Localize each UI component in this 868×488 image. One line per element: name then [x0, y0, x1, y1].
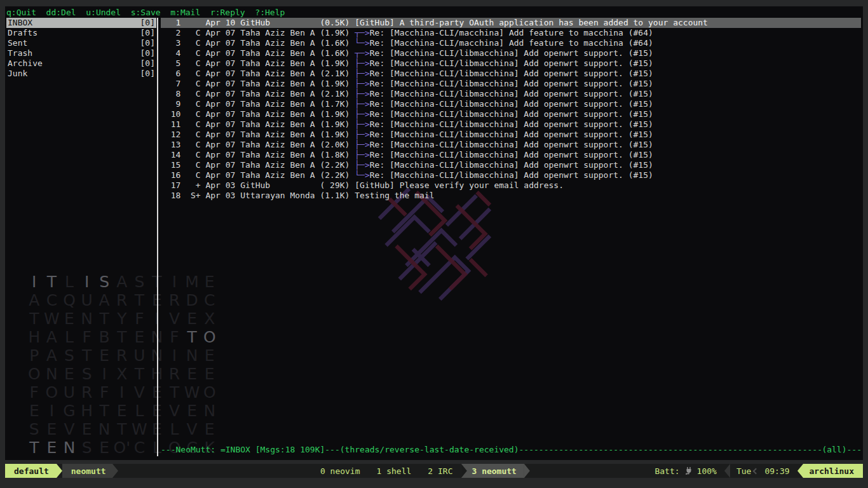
mail-row-meta: 13 C Apr 07 Taha Aziz Ben A (2.0K) [161, 140, 355, 150]
mail-row-meta: 7 C Apr 07 Taha Aziz Ben A (1.9K) [161, 79, 355, 89]
mail-row[interactable]: 3 C Apr 07 Taha Aziz Ben A (1.6K) └─>Re:… [161, 38, 861, 48]
status-line-fill: ----------------------------------------… [519, 445, 822, 455]
mail-row-meta: 15 C Apr 07 Taha Aziz Ben A (2.2K) [161, 160, 355, 170]
sidebar-item-inbox[interactable]: INBOX[0] [6, 18, 156, 28]
mail-row-meta: 17 + Apr 03 GitHub ( 29K) [161, 180, 355, 191]
mail-row[interactable]: 12 C Apr 07 Taha Aziz Ben A (1.9K) ├─>Re… [161, 130, 861, 140]
mail-subject: Re: [Macchina-CLI/libmacchina] Add openw… [370, 58, 653, 69]
thread-tree-icon: └─> [355, 170, 369, 180]
mail-subject: Re: [Macchina-CLI/libmacchina] Add openw… [370, 99, 653, 109]
thread-tree-icon: ├─> [355, 79, 369, 89]
mailbox-name: Trash [8, 48, 32, 58]
mail-subject: Re: [Macchina-CLI/libmacchina] Add openw… [370, 119, 653, 130]
tmux-status-bar: default neomutt 0 neovim1 shell2 IRC3 ne… [5, 464, 863, 478]
mail-row-meta: 16 C Apr 07 Taha Aziz Ben A (2.2K) [161, 170, 355, 180]
tmux-session-segment[interactable]: default [5, 464, 57, 478]
sidebar-item-sent[interactable]: Sent[0] [6, 38, 156, 48]
thread-tree-icon: ┬─> [355, 48, 369, 58]
tmux-window-list: 0 neovim1 shell2 IRC3 neomutt [312, 464, 530, 478]
thread-tree-icon: ├─> [355, 99, 369, 109]
sidebar-divider [157, 18, 158, 456]
mailbox-count: [0] [140, 18, 155, 28]
thread-tree-icon: └─> [355, 38, 369, 48]
tmux-window[interactable]: 0 neovim [312, 466, 369, 476]
mail-row-meta: 4 C Apr 07 Taha Aziz Ben A (1.6K) [161, 48, 355, 58]
mail-row[interactable]: 11 C Apr 07 Taha Aziz Ben A (1.9K) ├─>Re… [161, 119, 861, 130]
mail-subject: Testing the mail [355, 191, 434, 201]
powerline-arrow-icon [461, 464, 466, 478]
mail-row[interactable]: 2 C Apr 07 Taha Aziz Ben A (1.9K) ┬─>Re:… [161, 28, 861, 38]
mail-row[interactable]: 18 S+ Apr 03 Uttarayan Monda (1.1K) Test… [161, 191, 861, 201]
mailbox-count: [0] [140, 38, 155, 48]
hostname: archlinux [810, 466, 854, 476]
mail-subject: Re: [Macchina-CLI/libmacchina] Add openw… [370, 130, 653, 140]
tmux-pane-segment[interactable]: neomutt [62, 464, 112, 478]
neomutt-status-line: ---NeoMutt: =INBOX [Msgs:18 109K]---(thr… [161, 445, 862, 455]
thread-tree-icon: ├─> [355, 160, 369, 170]
sidebar-item-trash[interactable]: Trash[0] [6, 48, 156, 58]
mail-subject: Re: [Macchina-CLI/libmacchina] Add openw… [370, 69, 653, 79]
mail-row[interactable]: 6 C Apr 07 Taha Aziz Ben A (2.1K) ├─>Re:… [161, 69, 861, 79]
thread-tree-icon: ├─> [355, 119, 369, 130]
chevron-left-icon [753, 468, 759, 474]
mail-subject: Re: [Macchina-CLI/libmacchina] Add openw… [370, 79, 653, 89]
mail-row[interactable]: 4 C Apr 07 Taha Aziz Ben A (1.6K) ┬─>Re:… [161, 48, 861, 58]
thread-tree-icon: ┬─> [355, 28, 369, 38]
mail-row-meta: 6 C Apr 07 Taha Aziz Ben A (2.1K) [161, 69, 355, 79]
sidebar-item-archive[interactable]: Archive[0] [6, 58, 156, 69]
sidebar-item-junk[interactable]: Junk[0] [6, 69, 156, 79]
sidebar-item-drafts[interactable]: Drafts[0] [6, 28, 156, 38]
terminal-window: ITLISASTIMEACQUARTERDCTWENTYFIVEXHALFBTE… [5, 6, 863, 460]
powerline-arrow-icon [524, 464, 530, 478]
mail-row[interactable]: 17 + Apr 03 GitHub ( 29K) [GitHub] Pleas… [161, 180, 861, 191]
tmux-window[interactable]: 2 IRC [419, 466, 461, 476]
powerline-arrow-icon [724, 464, 730, 478]
mail-row-meta: 5 C Apr 07 Taha Aziz Ben A (1.9K) [161, 58, 355, 69]
mail-index-list: 1 Apr 10 GitHub (0.5K) [GitHub] A third-… [161, 18, 861, 201]
powerline-arrow-icon [797, 464, 803, 478]
mail-row[interactable]: 1 Apr 10 GitHub (0.5K) [GitHub] A third-… [161, 18, 861, 28]
thread-tree-icon: ├─> [355, 130, 369, 140]
terminal-content: q:Quit dd:Del u:Undel s:Save m:Mail r:Re… [5, 6, 863, 460]
thread-tree-icon: ├─> [355, 89, 369, 99]
mail-row[interactable]: 13 C Apr 07 Taha Aziz Ben A (2.0K) ├─>Re… [161, 140, 861, 150]
tmux-right-status: Batt: 100% Tue 09:39 archlinux [654, 464, 863, 478]
mailbox-count: [0] [140, 48, 155, 58]
mail-row[interactable]: 14 C Apr 07 Taha Aziz Ben A (1.8K) ├─>Re… [161, 150, 861, 160]
tmux-window[interactable]: 1 shell [369, 466, 420, 476]
mailbox-count: [0] [140, 28, 155, 38]
mail-row[interactable]: 5 C Apr 07 Taha Aziz Ben A (1.9K) ├─>Re:… [161, 58, 861, 69]
mail-row-meta: 1 Apr 10 GitHub (0.5K) [161, 18, 355, 28]
mail-subject: Re: [Macchina-CLI/libmacchina] Add openw… [370, 48, 653, 58]
status-day: Tue [736, 466, 751, 476]
mail-subject: Re: [Macchina-CLI/libmacchina] Add openw… [370, 170, 653, 180]
mailbox-count: [0] [140, 58, 155, 69]
tmux-session-name: default [14, 466, 49, 476]
status-time: 09:39 [764, 466, 789, 476]
power-plug-icon [685, 466, 693, 475]
neomutt-help-bar: q:Quit dd:Del u:Undel s:Save m:Mail r:Re… [6, 8, 285, 18]
mail-row[interactable]: 16 C Apr 07 Taha Aziz Ben A (2.2K) └─>Re… [161, 170, 861, 180]
mail-subject: [GitHub] Please verify your email addres… [355, 180, 564, 191]
tmux-window-active[interactable]: 3 neomutt [461, 464, 524, 478]
mail-subject: Re: [Macchina-CLI/libmacchina] Add openw… [370, 140, 653, 150]
thread-tree-icon: ├─> [355, 69, 369, 79]
mailbox-name: Drafts [8, 28, 37, 38]
hostname-segment: archlinux [803, 464, 863, 478]
thread-tree-icon: ├─> [355, 109, 369, 119]
mail-row-meta: 8 C Apr 07 Taha Aziz Ben A (2.1K) [161, 89, 355, 99]
mail-row[interactable]: 9 C Apr 07 Taha Aziz Ben A (1.7K) ├─>Re:… [161, 99, 861, 109]
thread-tree-icon: ├─> [355, 58, 369, 69]
mail-subject: Re: [Macchina-CLI/macchina] Add feature … [370, 38, 653, 48]
battery-percent: 100% [697, 466, 717, 476]
tmux-window-label: 3 neomutt [466, 466, 524, 476]
battery-label: Batt: [654, 466, 679, 476]
mail-row[interactable]: 7 C Apr 07 Taha Aziz Ben A (1.9K) ├─>Re:… [161, 79, 861, 89]
mail-row[interactable]: 8 C Apr 07 Taha Aziz Ben A (2.1K) ├─>Re:… [161, 89, 861, 99]
mail-subject: Re: [Macchina-CLI/macchina] Add feature … [370, 28, 653, 38]
mail-row[interactable]: 15 C Apr 07 Taha Aziz Ben A (2.2K) ├─>Re… [161, 160, 861, 170]
status-line-right: (all)--- [822, 445, 862, 455]
mail-row[interactable]: 10 C Apr 07 Taha Aziz Ben A (1.9K) ├─>Re… [161, 109, 861, 119]
mail-row-meta: 10 C Apr 07 Taha Aziz Ben A (1.9K) [161, 109, 355, 119]
thread-tree-icon: ├─> [355, 140, 369, 150]
